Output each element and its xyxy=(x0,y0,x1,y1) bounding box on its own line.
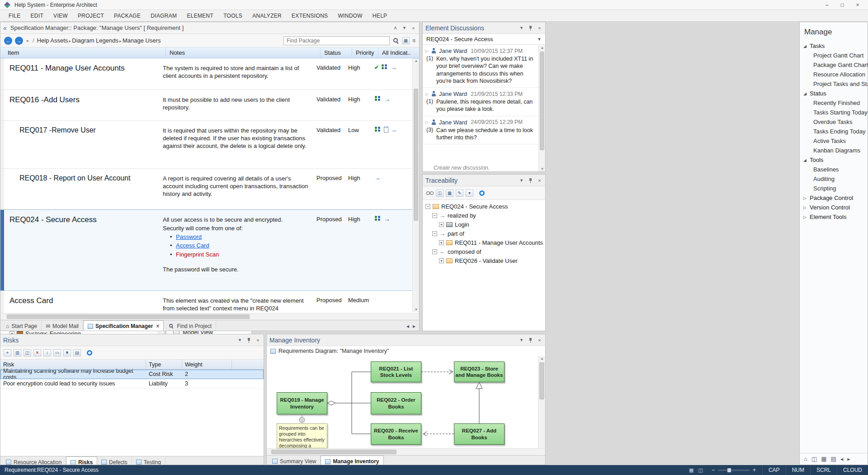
navigate-indicator-icon[interactable]: → xyxy=(384,96,390,102)
risk-row[interactable]: Maintaining scanning software may increa… xyxy=(0,370,264,379)
zoom-slider[interactable] xyxy=(718,470,750,471)
close-icon[interactable]: × xyxy=(410,25,416,31)
realize-connector[interactable] xyxy=(421,370,453,374)
tab-testing[interactable]: Testing xyxy=(132,456,165,465)
column-header-notes[interactable]: Notes xyxy=(165,48,320,58)
tab-defects[interactable]: Defects xyxy=(97,456,132,465)
status-toggle-cap[interactable]: CAP xyxy=(762,465,786,475)
spec-row[interactable]: REQ017 -Remove UserIt is required that u… xyxy=(0,121,419,169)
spec-row[interactable]: REQ018 - Report on User AccountA report … xyxy=(0,169,419,209)
menu-view[interactable]: VIEW xyxy=(48,13,73,19)
filter-icon[interactable]: ▼ xyxy=(63,349,71,356)
manage-item-scripting[interactable]: Scripting xyxy=(800,184,868,193)
navigate-indicator-icon[interactable]: → xyxy=(374,175,381,181)
navigate-indicator-icon[interactable]: → xyxy=(384,216,390,222)
tree-expander-icon[interactable]: + xyxy=(439,258,444,263)
spec-row[interactable]: Access CardThis element was created via … xyxy=(0,291,419,313)
tree-expander-icon[interactable]: − xyxy=(425,204,430,209)
manage-section-element-tools[interactable]: ▷Element Tools xyxy=(800,212,868,222)
edit-icon[interactable]: ✎ xyxy=(456,190,463,197)
dependency-connector[interactable] xyxy=(423,432,454,436)
manage-section-status[interactable]: ◢Status xyxy=(800,89,868,98)
back-icon[interactable]: ← xyxy=(4,37,12,45)
tree-expander-icon[interactable]: − xyxy=(432,231,437,236)
delete-icon[interactable]: × xyxy=(33,349,41,356)
check-indicator-icon[interactable]: ✔ xyxy=(374,64,379,71)
collaboration-indicator-icon[interactable] xyxy=(374,127,382,133)
status-toggle-scrl[interactable]: SCRL xyxy=(810,465,837,475)
manage-item-active-tasks[interactable]: Active Tasks xyxy=(800,136,868,146)
diagram-note[interactable]: Requirements can be grouped into hierarc… xyxy=(277,423,327,448)
manage-section-tasks[interactable]: ◢Tasks xyxy=(800,41,868,51)
column-header-priority[interactable]: Priority xyxy=(352,48,378,58)
scroll-up-icon[interactable]: ▲ xyxy=(413,59,420,63)
tab-summary-view[interactable]: Summary View xyxy=(268,456,321,465)
breadcrumb-item[interactable]: Diagram Legends xyxy=(72,37,118,44)
scroll-up-icon[interactable]: ▲ xyxy=(539,46,546,50)
status-toggle-num[interactable]: NUM xyxy=(786,465,810,475)
scroll-up-icon[interactable]: ▲ xyxy=(538,356,546,361)
tab-manage-inventory[interactable]: Manage Inventory xyxy=(321,456,383,465)
requirement-node-req022[interactable]: REQ022 - Order Books xyxy=(371,392,421,414)
manage-item-project-tasks-and-status[interactable]: Project Tasks and Status xyxy=(800,79,868,89)
tab-resource-allocation[interactable]: Resource Allocation xyxy=(2,456,66,465)
tree-expander-icon[interactable]: − xyxy=(432,249,437,254)
diagram-scrollbar-vertical[interactable]: ▲ xyxy=(538,356,545,448)
requirement-node-req027[interactable]: REQ027 - Add Books xyxy=(454,423,505,445)
layout-icon[interactable]: ▦ xyxy=(446,190,453,197)
spec-row[interactable]: REQ024 - Secure AccessAll user access is… xyxy=(0,209,419,291)
tab-start-page[interactable]: ⌂Start Page xyxy=(2,320,42,331)
expander-icon[interactable]: ▷ xyxy=(425,120,429,124)
manage-item-project-gantt-chart[interactable]: Project Gantt Chart xyxy=(800,51,868,60)
trace-item[interactable]: +REQ011 - Manage User Accounts xyxy=(423,238,545,247)
breadcrumb-item[interactable]: Help Assets xyxy=(37,37,68,44)
manage-item-auditing[interactable]: Auditing xyxy=(800,174,868,184)
view-normal-icon[interactable]: ▦ xyxy=(689,467,693,473)
spec-scrollbar-vertical[interactable]: ▲ ▼ xyxy=(412,58,419,312)
sort-icon[interactable]: ↕ xyxy=(43,349,51,356)
next-icon[interactable]: ▸ xyxy=(847,456,850,462)
trace-item[interactable]: −→realized by xyxy=(423,211,545,220)
export-icon[interactable]: ▤ xyxy=(73,349,81,356)
column-header-weight[interactable]: Weight xyxy=(182,360,232,369)
zoom-out-icon[interactable]: − xyxy=(712,467,715,473)
chevron-down-icon[interactable]: ▾ xyxy=(519,337,524,343)
manage-item-tasks-ending-today[interactable]: Tasks Ending Today xyxy=(800,127,868,136)
chevron-down-icon[interactable]: ▾ xyxy=(519,25,524,31)
copy-icon[interactable]: ◫ xyxy=(24,349,31,356)
requirement-node-req023[interactable]: REQ023 - Store and Manage Books xyxy=(454,361,505,382)
tree-expander-icon[interactable]: + xyxy=(439,222,444,227)
connector-anchor[interactable] xyxy=(299,417,305,423)
new-icon[interactable]: + xyxy=(4,349,11,356)
risk-row[interactable]: Poor encryption could lead to security i… xyxy=(0,379,264,389)
menu-analyzer[interactable]: ANALYZER xyxy=(247,13,287,19)
new-discussion-link[interactable]: Create new discussion. xyxy=(423,163,545,172)
maximize-button[interactable]: □ xyxy=(835,2,850,8)
discussion-element-selector[interactable]: REQ024 - Secure Access ▼ xyxy=(423,34,545,45)
trace-item[interactable]: +REQ026 - Validate User xyxy=(423,256,545,265)
discussion-item[interactable]: ▷Jane Ward24/09/2015 12:29 PM(3)Can we p… xyxy=(423,116,545,145)
notes-link[interactable]: Access Card xyxy=(176,242,209,249)
pin-icon[interactable] xyxy=(528,337,533,343)
navigate-indicator-icon[interactable]: → xyxy=(391,64,397,71)
expander-icon[interactable]: ▷ xyxy=(425,49,429,53)
pin-icon[interactable] xyxy=(246,337,252,343)
chevron-down-icon[interactable]: ▾ xyxy=(237,337,243,343)
discussion-item[interactable]: ▷Jane Ward21/09/2015 12:33 PM(1)Paulene,… xyxy=(423,88,545,116)
requirement-node-req020[interactable]: REQ020 - Receive Books xyxy=(371,423,421,445)
generalization-connector[interactable] xyxy=(476,382,482,423)
collaboration-indicator-icon[interactable] xyxy=(374,96,382,102)
trace-item[interactable]: +Login xyxy=(423,220,545,229)
tab-model-mail[interactable]: ✉Model Mail xyxy=(42,320,83,331)
manage-item-overdue-tasks[interactable]: Overdue Tasks xyxy=(800,117,868,127)
scroll-down-icon[interactable]: ▼ xyxy=(539,167,546,171)
close-icon[interactable]: × xyxy=(255,337,261,343)
discussions-scrollbar[interactable]: ▲ ▼ xyxy=(538,45,545,171)
tab-find-in-project[interactable]: Find in Project xyxy=(164,320,216,331)
new-diagram-icon[interactable]: ◫ xyxy=(436,190,443,197)
document-indicator-icon[interactable] xyxy=(384,127,388,133)
status-toggle-cloud[interactable]: CLOUD xyxy=(837,465,868,475)
home-icon[interactable]: ⌂ xyxy=(804,456,807,462)
close-icon[interactable]: × xyxy=(537,337,542,343)
column-header-all-indicat[interactable]: All Indicat.. xyxy=(378,48,419,58)
